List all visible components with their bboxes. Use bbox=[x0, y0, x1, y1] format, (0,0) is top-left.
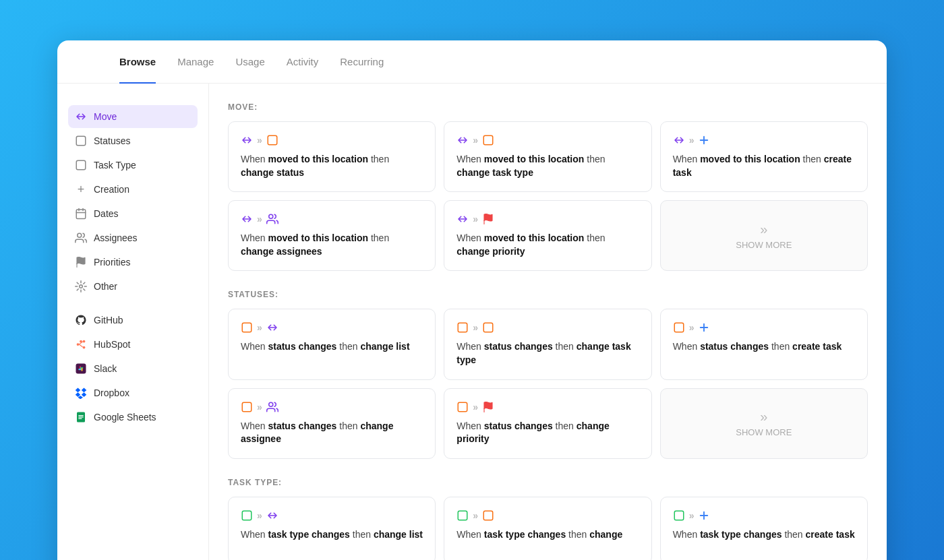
card-icon-right bbox=[266, 401, 278, 413]
automation-card[interactable]: » When moved to this location then chang… bbox=[444, 200, 651, 271]
section-move: MOVE: » When moved to this location then… bbox=[228, 102, 868, 271]
automation-card[interactable]: » When moved to this location then chang… bbox=[228, 200, 436, 271]
cards-grid: » When status changes then change list »… bbox=[228, 309, 868, 458]
card-text: When status changes then change task typ… bbox=[456, 340, 639, 367]
automation-card[interactable]: » When task type changes then change bbox=[444, 497, 651, 560]
automation-card[interactable]: » When status changes then create task bbox=[660, 309, 868, 379]
svg-rect-0 bbox=[76, 136, 86, 146]
sidebar-item-github[interactable]: GitHub bbox=[68, 309, 198, 332]
automation-card[interactable]: » When task type changes then create tas… bbox=[660, 497, 868, 560]
hubspot-icon bbox=[75, 338, 87, 350]
sidebar-item-label: Creation bbox=[94, 184, 129, 195]
card-icons: » bbox=[456, 509, 639, 522]
double-arrow-icon: » bbox=[471, 322, 479, 333]
tab-recurring[interactable]: Recurring bbox=[340, 41, 384, 84]
tab-bar: BrowseManageUsageActivityRecurring bbox=[119, 40, 384, 83]
automation-card[interactable]: » When status changes then change assign… bbox=[228, 388, 436, 459]
slack-icon bbox=[75, 363, 87, 375]
svg-rect-38 bbox=[483, 511, 493, 520]
card-icon-left bbox=[456, 509, 469, 522]
card-icon-left bbox=[241, 401, 253, 413]
show-more-label: SHOW MORE bbox=[736, 240, 792, 250]
card-icon-right bbox=[266, 509, 278, 522]
sidebar-item-priorities[interactable]: Priorities bbox=[68, 251, 198, 274]
card-icons: » bbox=[241, 509, 423, 522]
sidebar-item-dates[interactable]: Dates bbox=[68, 202, 198, 225]
card-icon-left bbox=[241, 213, 253, 225]
sidebar-item-dropbox[interactable]: Dropbox bbox=[68, 381, 198, 404]
card-icons: » bbox=[456, 401, 639, 413]
double-arrow-icon: » bbox=[256, 402, 264, 412]
plus-icon: + bbox=[75, 183, 87, 195]
card-icons: » bbox=[241, 213, 423, 225]
card-icon-right bbox=[482, 321, 494, 334]
sidebar-item-hubspot[interactable]: HubSpot bbox=[68, 333, 198, 356]
tab-browse[interactable]: Browse bbox=[119, 41, 156, 84]
card-icon-left bbox=[673, 134, 685, 146]
sidebar-item-google-sheets[interactable]: Google Sheets bbox=[68, 406, 198, 429]
card-text: When moved to this location then create … bbox=[673, 153, 855, 179]
show-more-button[interactable]: »SHOW MORE bbox=[660, 388, 868, 459]
header: BrowseManageUsageActivityRecurring bbox=[57, 40, 887, 84]
googlesheets-icon bbox=[75, 411, 87, 423]
automation-card[interactable]: » When moved to this location then creat… bbox=[660, 121, 868, 192]
priorities-icon bbox=[75, 256, 87, 268]
tab-usage[interactable]: Usage bbox=[235, 41, 264, 84]
svg-rect-29 bbox=[674, 323, 684, 333]
automation-card[interactable]: » When status changes then change list bbox=[228, 309, 436, 379]
svg-line-14 bbox=[79, 344, 82, 347]
automation-card[interactable]: » When moved to this location then chang… bbox=[444, 121, 651, 192]
double-arrow-icon: » bbox=[256, 322, 264, 333]
automation-card[interactable]: » When status changes then change priori… bbox=[444, 388, 651, 459]
show-more-button[interactable]: »SHOW MORE bbox=[660, 200, 868, 271]
tab-manage[interactable]: Manage bbox=[177, 41, 214, 84]
card-icons: » bbox=[456, 321, 639, 334]
svg-point-6 bbox=[78, 233, 82, 237]
automation-card[interactable]: » When moved to this location then chang… bbox=[228, 121, 436, 192]
integration-items: GitHubHubSpotSlackDropboxGoogle Sheets bbox=[68, 309, 198, 429]
svg-rect-34 bbox=[459, 402, 468, 412]
sidebar-item-label: Task Type bbox=[94, 160, 136, 170]
sidebar-item-move[interactable]: Move bbox=[68, 105, 198, 128]
automation-card[interactable]: » When task type changes then change lis… bbox=[228, 497, 436, 560]
sidebar-item-label: Statuses bbox=[94, 135, 130, 146]
status-icon bbox=[75, 135, 87, 147]
card-text: When moved to this location then change … bbox=[241, 232, 423, 258]
sidebar-item-label: Assignees bbox=[94, 232, 138, 243]
sidebar: MoveStatusesTask Type+CreationDatesAssig… bbox=[57, 84, 209, 560]
svg-point-11 bbox=[83, 346, 86, 349]
double-arrow-icon: » bbox=[688, 322, 696, 333]
sidebar-item-task-type[interactable]: Task Type bbox=[68, 154, 198, 177]
card-icon-left bbox=[456, 401, 469, 413]
integration-item-label: GitHub bbox=[94, 315, 123, 325]
svg-rect-19 bbox=[78, 418, 82, 419]
section-label: MOVE: bbox=[228, 102, 868, 112]
show-more-label: SHOW MORE bbox=[736, 427, 792, 437]
cards-grid: » When task type changes then change lis… bbox=[228, 497, 868, 560]
sidebar-item-label: Dates bbox=[94, 208, 119, 219]
sidebar-item-statuses[interactable]: Statuses bbox=[68, 129, 198, 152]
automation-card[interactable]: » When status changes then change task t… bbox=[444, 309, 651, 379]
svg-rect-32 bbox=[242, 402, 252, 412]
double-arrow-icon: » bbox=[471, 135, 479, 146]
sidebar-item-slack[interactable]: Slack bbox=[68, 357, 198, 380]
svg-rect-21 bbox=[483, 135, 493, 145]
double-arrow-icon: » bbox=[471, 402, 479, 412]
svg-point-9 bbox=[83, 340, 86, 343]
card-text: When status changes then create task bbox=[673, 340, 855, 354]
card-icon-left bbox=[673, 509, 685, 522]
svg-rect-28 bbox=[483, 323, 493, 333]
integration-item-label: Dropbox bbox=[94, 387, 129, 398]
card-icons: » bbox=[241, 401, 423, 413]
card-icon-right bbox=[266, 213, 278, 225]
card-icon-right bbox=[482, 134, 494, 146]
sidebar-item-creation[interactable]: +Creation bbox=[68, 178, 198, 201]
card-icons: » bbox=[456, 213, 639, 225]
card-icon-right bbox=[698, 321, 710, 334]
integration-item-label: Google Sheets bbox=[94, 412, 156, 423]
tab-activity[interactable]: Activity bbox=[287, 41, 319, 84]
card-text: When status changes then change list bbox=[241, 340, 423, 354]
sidebar-item-assignees[interactable]: Assignees bbox=[68, 226, 198, 249]
app-container: BrowseManageUsageActivityRecurring MoveS… bbox=[57, 40, 887, 560]
sidebar-item-other[interactable]: Other bbox=[68, 275, 198, 298]
